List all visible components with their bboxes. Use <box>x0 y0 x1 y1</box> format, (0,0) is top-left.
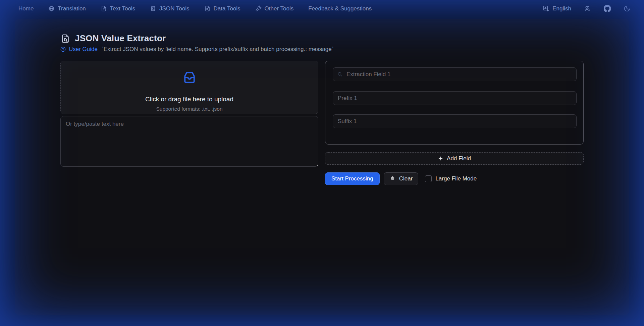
language-switcher[interactable]: English <box>542 5 571 12</box>
nav-item-translation[interactable]: Translation <box>48 5 86 12</box>
nav-item-feedback[interactable]: Feedback & Suggestions <box>308 5 372 12</box>
upload-dropzone[interactable]: Click or drag file here to upload Suppor… <box>60 61 318 114</box>
upload-formats-text: Supported formats: .txt, .json <box>156 106 222 112</box>
theme-toggle[interactable] <box>624 5 631 12</box>
rows-icon <box>150 5 156 12</box>
add-field-button[interactable]: Add Field <box>325 152 584 165</box>
suffix-input[interactable] <box>333 114 577 128</box>
nav-item-data-tools[interactable]: Data Tools <box>204 5 240 12</box>
nav-item-other-tools[interactable]: Other Tools <box>255 5 294 12</box>
file-icon <box>101 5 107 12</box>
large-file-label: Large File Mode <box>435 175 477 182</box>
broom-icon <box>389 176 396 182</box>
prefix-field-wrap <box>333 91 577 105</box>
paste-text-input[interactable] <box>60 116 318 167</box>
nav-item-json-tools[interactable]: JSON Tools <box>150 5 189 12</box>
extraction-fields-panel <box>325 61 584 145</box>
nav-label: Other Tools <box>265 5 294 12</box>
nav-item-home[interactable]: Home <box>18 5 34 12</box>
nav-label: Text Tools <box>110 5 135 12</box>
clear-label: Clear <box>399 175 413 182</box>
extraction-field-input[interactable] <box>333 67 577 81</box>
nav-right: English <box>542 5 631 12</box>
nav-item-text-tools[interactable]: Text Tools <box>101 5 135 12</box>
globe-icon <box>48 5 55 12</box>
nav-label: Translation <box>58 5 86 12</box>
nav-label: Data Tools <box>214 5 240 12</box>
upload-main-text: Click or drag file here to upload <box>145 96 233 103</box>
user-guide-link[interactable]: User Guide <box>69 46 98 53</box>
suffix-field-wrap <box>333 114 577 128</box>
file-search-icon <box>204 5 211 12</box>
tool-description: `Extract JSON values by field name. Supp… <box>102 46 333 53</box>
large-file-mode-toggle[interactable]: Large File Mode <box>425 175 477 182</box>
actions-row: Start Processing Clear Large File Mode <box>325 172 477 185</box>
github-link[interactable] <box>604 5 611 12</box>
nav-label: JSON Tools <box>159 5 189 12</box>
clear-button[interactable]: Clear <box>384 172 419 185</box>
page-title: JSON Value Extractor <box>75 33 166 44</box>
nav-label: Home <box>18 5 34 12</box>
nav-left: Home Translation Text Tools <box>18 5 372 12</box>
extraction-field-wrap <box>333 67 577 81</box>
content-card: JSON Value Extractor User Guide `Extract… <box>15 19 629 315</box>
large-file-checkbox[interactable] <box>425 175 432 182</box>
github-icon <box>604 5 611 12</box>
plus-icon <box>438 156 443 161</box>
add-field-label: Add Field <box>447 155 471 162</box>
nav-label: Feedback & Suggestions <box>308 5 372 12</box>
prefix-input[interactable] <box>333 91 577 105</box>
top-nav: Home Translation Text Tools <box>0 0 644 17</box>
question-circle-icon <box>60 46 66 52</box>
people-icon <box>584 5 591 12</box>
wrench-icon <box>255 5 262 12</box>
moon-icon <box>624 5 631 12</box>
page: Home Translation Text Tools <box>0 0 644 326</box>
account-button[interactable] <box>584 5 591 12</box>
language-label: English <box>552 5 571 12</box>
start-processing-button[interactable]: Start Processing <box>325 172 380 185</box>
file-search-icon <box>60 34 70 44</box>
translate-icon <box>542 5 549 12</box>
guide-row: User Guide `Extract JSON values by field… <box>60 46 333 53</box>
inbox-icon <box>181 70 198 85</box>
